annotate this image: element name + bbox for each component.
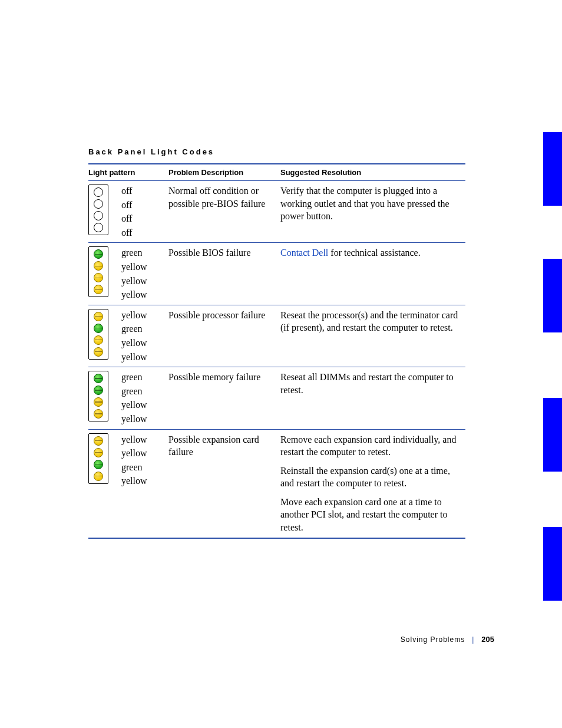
light-pattern-icon	[88, 429, 121, 538]
table-row: greenyellowyellowyellowPossible BIOS fai…	[88, 243, 465, 305]
color-label: green	[121, 385, 163, 398]
color-label: yellow	[121, 309, 163, 322]
led-off-icon	[94, 211, 103, 220]
led-yellow-icon	[94, 347, 103, 357]
light-pattern-icon	[88, 243, 121, 305]
led-off-icon	[94, 199, 103, 209]
contact-dell-link[interactable]: Contact Dell	[280, 248, 328, 258]
led-yellow-icon	[94, 436, 103, 446]
light-codes-table: Light pattern Problem Description Sugges…	[88, 163, 465, 539]
color-label: yellow	[121, 447, 163, 460]
led-yellow-icon	[94, 397, 103, 407]
suggest-text: Verify that the computer is plugged into…	[280, 185, 459, 223]
suggest-text: Reseat the processor(s) and the terminat…	[280, 309, 459, 334]
color-label: yellow	[121, 261, 163, 274]
color-label: green	[121, 322, 163, 335]
color-label: off	[121, 226, 163, 239]
table-row: yellowyellowgreenyellowPossible expansio…	[88, 429, 465, 538]
table-row: offoffoffoffNormal off condition or poss…	[88, 181, 465, 243]
problem-description: Normal off condition or possible pre-BIO…	[168, 181, 280, 243]
header-problem: Problem Description	[168, 164, 280, 181]
suggest-text: Remove each expansion card individually,…	[280, 433, 459, 459]
light-pattern-labels: greengreenyellowyellow	[121, 367, 168, 429]
led-green-icon	[94, 374, 103, 383]
header-suggest: Suggested Resolution	[280, 164, 465, 181]
color-label: yellow	[121, 288, 163, 301]
table-row: yellowgreenyellowyellowPossible processo…	[88, 305, 465, 367]
suggested-resolution: Verify that the computer is plugged into…	[280, 181, 465, 243]
suggested-resolution: Remove each expansion card individually,…	[280, 429, 465, 538]
led-yellow-icon	[94, 312, 103, 321]
color-label: green	[121, 246, 163, 259]
light-pattern-labels: offoffoffoff	[121, 181, 168, 243]
section-tab	[543, 398, 562, 472]
suggested-resolution: Reseat all DIMMs and restart the compute…	[280, 367, 465, 429]
led-yellow-icon	[94, 285, 103, 294]
section-tab	[543, 259, 562, 332]
light-pattern-icon	[88, 367, 121, 429]
light-pattern-icon	[88, 181, 121, 243]
problem-description: Possible memory failure	[168, 367, 280, 429]
color-label: yellow	[121, 275, 163, 288]
problem-description: Possible expansion card failure	[168, 429, 280, 538]
led-yellow-icon	[94, 335, 103, 345]
led-green-icon	[94, 249, 103, 259]
section-tab	[543, 132, 562, 206]
suggested-resolution: Contact Dell for technical assistance.	[280, 243, 465, 305]
main-content: Back Panel Light Codes Light pattern Pro…	[88, 147, 465, 539]
table-row: greengreenyellowyellowPossible memory fa…	[88, 367, 465, 429]
suggest-text: Reinstall the expansion card(s) one at a…	[280, 465, 459, 490]
suggest-text: Move each expansion card one at a time t…	[280, 496, 459, 534]
color-label: off	[121, 212, 163, 225]
led-yellow-icon	[94, 409, 103, 419]
led-green-icon	[94, 324, 103, 333]
problem-description: Possible processor failure	[168, 305, 280, 367]
color-label: off	[121, 185, 163, 197]
led-yellow-icon	[94, 448, 103, 457]
suggest-text: Reseat all DIMMs and restart the compute…	[280, 371, 459, 396]
header-pattern: Light pattern	[88, 164, 168, 181]
light-pattern-labels: yellowyellowgreenyellow	[121, 429, 168, 538]
footer-divider: |	[472, 635, 474, 644]
led-green-icon	[94, 386, 103, 395]
section-tab	[543, 527, 562, 601]
led-off-icon	[94, 187, 103, 197]
footer-page: 205	[481, 635, 494, 644]
light-pattern-labels: yellowgreenyellowyellow	[121, 305, 168, 367]
led-yellow-icon	[94, 273, 103, 282]
section-title: Back Panel Light Codes	[88, 147, 465, 156]
led-yellow-icon	[94, 261, 103, 271]
color-label: yellow	[121, 351, 163, 364]
led-green-icon	[94, 460, 103, 469]
color-label: green	[121, 461, 163, 474]
color-label: yellow	[121, 398, 163, 411]
led-yellow-icon	[94, 472, 103, 481]
suggested-resolution: Reseat the processor(s) and the terminat…	[280, 305, 465, 367]
color-label: yellow	[121, 475, 163, 487]
light-pattern-labels: greenyellowyellowyellow	[121, 243, 168, 305]
color-label: off	[121, 199, 163, 212]
page-footer: Solving Problems | 205	[401, 635, 494, 644]
footer-section: Solving Problems	[401, 635, 465, 644]
light-pattern-icon	[88, 305, 121, 367]
suggest-text: for technical assistance.	[328, 248, 420, 258]
color-label: green	[121, 371, 163, 384]
color-label: yellow	[121, 337, 163, 350]
color-label: yellow	[121, 413, 163, 426]
problem-description: Possible BIOS failure	[168, 243, 280, 305]
led-off-icon	[94, 223, 103, 232]
color-label: yellow	[121, 433, 163, 446]
